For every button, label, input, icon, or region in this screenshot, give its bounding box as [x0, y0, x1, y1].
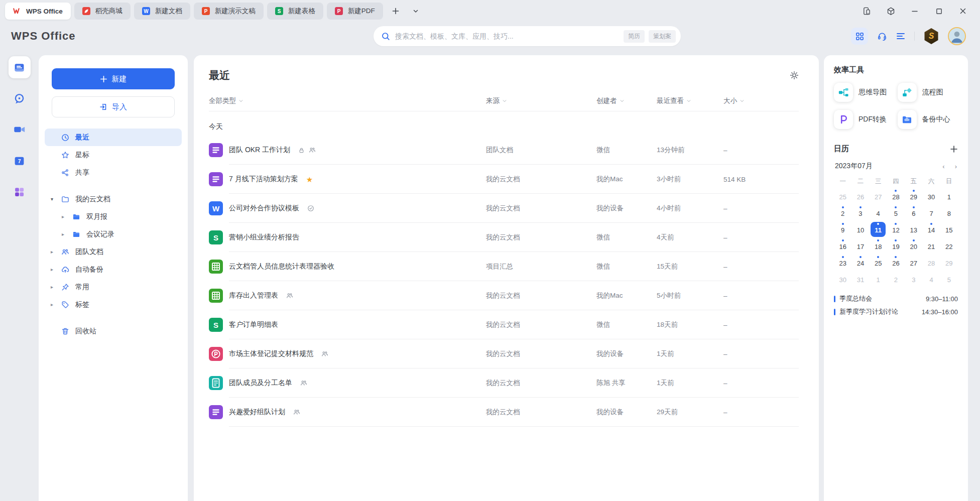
main-menu-icon[interactable] — [896, 32, 905, 40]
tool-流程图[interactable]: 流程图 — [898, 83, 958, 102]
calendar-day[interactable]: 4 — [924, 272, 939, 287]
calendar-day[interactable]: 29 — [941, 255, 956, 270]
calendar-day[interactable]: 29 — [906, 189, 921, 204]
calendar-day[interactable]: 23 — [835, 255, 850, 270]
window-tab[interactable]: W新建文档 — [134, 3, 190, 20]
tool-思维导图[interactable]: 思维导图 — [834, 83, 895, 102]
calendar-day[interactable]: 27 — [906, 255, 921, 270]
apps-grid-icon[interactable] — [851, 28, 868, 45]
caret-right-icon[interactable]: ▸ — [62, 231, 72, 237]
rail-calendar-icon[interactable]: 7 — [9, 150, 31, 172]
rail-meeting-icon[interactable] — [9, 118, 31, 141]
window-tab[interactable]: 稻壳商城 — [74, 3, 131, 20]
file-row[interactable]: 团队 OKR 工作计划团队文档微信13分钟前– — [209, 136, 799, 165]
calendar-day[interactable]: 20 — [906, 238, 921, 254]
calendar-day[interactable]: 14 — [924, 222, 939, 237]
mobile-device-icon[interactable] — [856, 3, 877, 19]
sidebar-item-团队文档[interactable]: ▸团队文档 — [45, 243, 182, 261]
tab-list-dropdown[interactable] — [409, 5, 422, 18]
sidebar-item-回收站[interactable]: 回收站 — [45, 322, 182, 340]
file-row[interactable]: 兴趣爱好组队计划我的云文档我的设备29天前– — [209, 398, 799, 427]
filter-全部类型[interactable]: 全部类型 — [209, 96, 486, 105]
sidebar-item-双月报[interactable]: ▸双月报 — [45, 208, 182, 225]
maximize-button[interactable] — [929, 3, 949, 19]
window-tab[interactable]: S新建表格 — [267, 3, 323, 20]
sidebar-item-最近[interactable]: 最近 — [45, 129, 182, 146]
calendar-day[interactable]: 22 — [941, 238, 956, 254]
calendar-day[interactable]: 9 — [835, 222, 850, 237]
calendar-day[interactable]: 17 — [853, 238, 868, 254]
filter-最近查看[interactable]: 最近查看 — [657, 96, 723, 105]
support-headset-icon[interactable] — [877, 31, 887, 41]
search-tag[interactable]: 策划案 — [649, 30, 676, 43]
import-button[interactable]: 导入 — [52, 96, 175, 117]
file-row[interactable]: S客户订单明细表我的云文档微信18天前– — [209, 310, 799, 339]
file-row[interactable]: 7 月线下活动策划方案★我的云文档我的Mac3小时前514 KB — [209, 165, 799, 194]
file-row[interactable]: 云文档管人员信息统计表理器验收项目汇总微信15天前– — [209, 252, 799, 281]
calendar-day[interactable]: 13 — [906, 222, 921, 237]
calendar-day[interactable]: 28 — [888, 189, 903, 204]
calendar-event[interactable]: 新季度学习计划讨论14:30–16:00 — [834, 305, 958, 318]
calendar-day[interactable]: 21 — [924, 238, 939, 254]
window-tab[interactable]: P新建PDF — [327, 3, 383, 20]
calendar-next-icon[interactable]: › — [955, 163, 957, 170]
calendar-day[interactable]: 30 — [835, 272, 850, 287]
calendar-day[interactable]: 5 — [941, 272, 956, 287]
filter-来源[interactable]: 来源 — [486, 96, 596, 105]
new-document-button[interactable]: 新建 — [52, 68, 175, 89]
global-search-bar[interactable]: 简历策划案 — [374, 26, 681, 46]
calendar-day[interactable]: 12 — [888, 222, 903, 237]
calendar-day[interactable]: 6 — [906, 205, 921, 220]
sidebar-item-共享[interactable]: 共享 — [45, 164, 182, 181]
tool-备份中心[interactable]: 备份中心 — [898, 110, 958, 129]
new-tab-button[interactable] — [389, 5, 402, 18]
search-tag[interactable]: 简历 — [624, 30, 645, 43]
calendar-day[interactable]: 18 — [871, 238, 886, 254]
sidebar-item-自动备份[interactable]: ▸自动备份 — [45, 261, 182, 278]
file-row[interactable]: 团队成员及分工名单我的云文档陈旭 共享1天前– — [209, 368, 799, 398]
calendar-day[interactable]: 11 — [871, 222, 886, 237]
calendar-day[interactable]: 26 — [888, 255, 903, 270]
calendar-day[interactable]: 30 — [924, 189, 939, 204]
calendar-day[interactable]: 25 — [871, 255, 886, 270]
vip-badge[interactable]: S — [924, 28, 939, 44]
calendar-day[interactable]: 15 — [941, 222, 956, 237]
sidebar-item-我的云文档[interactable]: ▾我的云文档 — [45, 190, 182, 208]
calendar-day[interactable]: 1 — [941, 189, 956, 204]
calendar-day[interactable]: 16 — [835, 238, 850, 254]
sidebar-item-常用[interactable]: ▸常用 — [45, 278, 182, 296]
file-row[interactable]: 市场主体登记提交材料规范我的云文档我的设备1天前– — [209, 339, 799, 368]
close-button[interactable] — [953, 3, 973, 19]
settings-gear-icon[interactable] — [790, 71, 799, 80]
sidebar-item-星标[interactable]: 星标 — [45, 146, 182, 164]
search-input[interactable] — [395, 32, 620, 40]
calendar-day[interactable]: 25 — [835, 189, 850, 204]
caret-right-icon[interactable]: ▸ — [62, 214, 72, 219]
calendar-day[interactable]: 27 — [871, 189, 886, 204]
calendar-prev-icon[interactable]: ‹ — [942, 163, 944, 170]
calendar-day[interactable]: 26 — [853, 189, 868, 204]
filter-创建者[interactable]: 创建者 — [596, 96, 657, 105]
rail-apps-icon[interactable] — [9, 181, 31, 203]
file-row[interactable]: W公司对外合作协议模板我的云文档我的设备4小时前– — [209, 194, 799, 223]
calendar-day[interactable]: 24 — [853, 255, 868, 270]
sidebar-item-会议记录[interactable]: ▸会议记录 — [45, 225, 182, 243]
calendar-day[interactable]: 3 — [906, 272, 921, 287]
calendar-day[interactable]: 8 — [941, 205, 956, 220]
workspace-cube-icon[interactable] — [881, 3, 901, 19]
window-tab[interactable]: P新建演示文稿 — [194, 3, 264, 20]
window-tab[interactable]: WPS Office — [5, 3, 71, 20]
calendar-day[interactable]: 31 — [853, 272, 868, 287]
calendar-day[interactable]: 3 — [853, 205, 868, 220]
calendar-day[interactable]: 10 — [853, 222, 868, 237]
calendar-day[interactable]: 28 — [924, 255, 939, 270]
calendar-event[interactable]: 季度总结会9:30–11:00 — [834, 292, 958, 305]
caret-down-icon[interactable]: ▾ — [51, 196, 61, 202]
minimize-button[interactable] — [905, 3, 925, 19]
file-row[interactable]: 库存出入管理表我的云文档我的Mac5小时前– — [209, 281, 799, 310]
caret-right-icon[interactable]: ▸ — [51, 284, 61, 290]
file-row[interactable]: S营销小组业绩分析报告我的云文档微信4天前– — [209, 223, 799, 252]
calendar-day[interactable]: 4 — [871, 205, 886, 220]
calendar-day[interactable]: 2 — [888, 272, 903, 287]
calendar-day[interactable]: 7 — [924, 205, 939, 220]
